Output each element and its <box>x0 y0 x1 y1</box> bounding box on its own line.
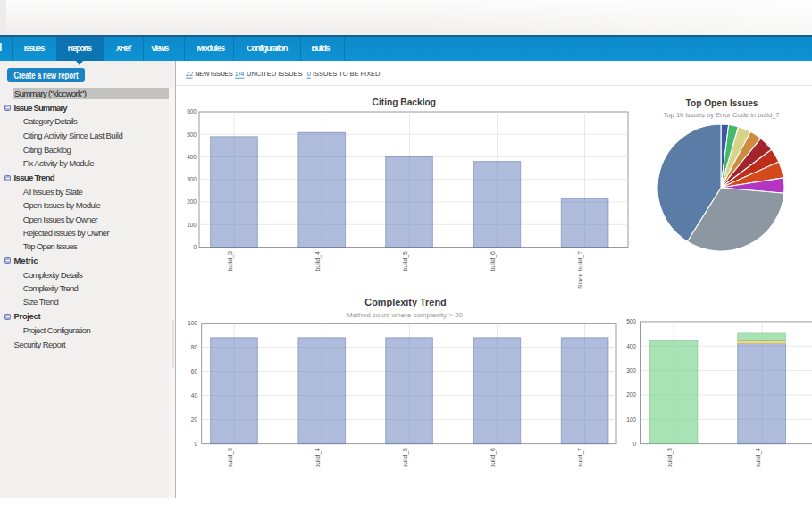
svg-text:200: 200 <box>187 198 197 205</box>
svg-text:All Issues by State: All Issues by State <box>23 187 83 197</box>
svg-text:Views: Views <box>151 44 169 53</box>
svg-text:100: 100 <box>188 320 197 326</box>
svg-text:500: 500 <box>187 131 197 138</box>
svg-text:20: 20 <box>191 417 198 423</box>
svg-text:500: 500 <box>626 318 636 324</box>
svg-text:ISSUES TO BE FIXED: ISSUES TO BE FIXED <box>313 70 381 78</box>
svg-text:build_3: build_3 <box>666 448 674 468</box>
svg-text:build_4: build_4 <box>755 448 762 468</box>
svg-text:Top Open Issues: Top Open Issues <box>23 241 78 251</box>
svg-text:0: 0 <box>193 244 197 250</box>
svg-text:NEW ISSUES: NEW ISSUES <box>195 70 232 78</box>
svg-text:Issue Summary: Issue Summary <box>14 103 69 113</box>
svg-text:XRef: XRef <box>116 44 132 53</box>
svg-text:300: 300 <box>626 367 636 374</box>
svg-text:build_7: build_7 <box>577 448 584 468</box>
svg-text:Citing Backlog: Citing Backlog <box>373 97 437 107</box>
svg-text:0: 0 <box>194 441 197 447</box>
svg-text:Size Trend: Size Trend <box>23 297 59 307</box>
svg-text:174: 174 <box>235 70 245 78</box>
svg-text:400: 400 <box>187 154 197 160</box>
svg-text:300: 300 <box>187 176 197 182</box>
svg-text:Project: Project <box>14 311 42 321</box>
svg-text:0: 0 <box>632 441 636 447</box>
svg-text:Top Open Issues: Top Open Issues <box>686 97 758 108</box>
svg-text:Create a new report: Create a new report <box>14 71 80 80</box>
svg-text:0: 0 <box>307 70 311 78</box>
svg-text:60: 60 <box>191 368 198 375</box>
svg-text:build_6: build_6 <box>490 448 497 468</box>
svg-text:Top 10 issues by Error Code in: Top 10 issues by Error Code in build_7 <box>664 111 781 119</box>
svg-text:Citing Backlog: Citing Backlog <box>23 145 71 155</box>
svg-text:Reports: Reports <box>68 44 92 53</box>
svg-text:Open Issues by Module: Open Issues by Module <box>23 200 101 210</box>
svg-text:200: 200 <box>626 391 636 398</box>
svg-text:Summary ("klocwork"): Summary ("klocwork") <box>14 88 87 98</box>
svg-text:100: 100 <box>187 222 197 228</box>
svg-text:UNCITED ISSUES: UNCITED ISSUES <box>247 70 303 78</box>
svg-text:100: 100 <box>626 417 636 423</box>
svg-text:Rejected Issues by Owner: Rejected Issues by Owner <box>23 228 110 238</box>
svg-text:Issue Trend: Issue Trend <box>14 173 55 182</box>
svg-text:22: 22 <box>186 70 193 78</box>
svg-text:Issues: Issues <box>24 44 45 53</box>
svg-text:Security Report: Security Report <box>14 340 66 349</box>
svg-text:build_5: build_5 <box>402 251 409 272</box>
svg-text:Builds: Builds <box>312 44 331 53</box>
svg-text:Category Details: Category Details <box>23 116 78 126</box>
svg-text:Complexity Trend: Complexity Trend <box>23 283 79 293</box>
svg-text:400: 400 <box>626 343 636 349</box>
svg-text:build_5: build_5 <box>402 448 409 468</box>
svg-text:Since build_7: Since build_7 <box>577 251 584 289</box>
svg-text:build_6: build_6 <box>490 251 497 272</box>
svg-text:Citing Activity Since Last Bui: Citing Activity Since Last Build <box>23 130 123 140</box>
svg-text:600: 600 <box>187 108 197 114</box>
svg-text:Fix Activity by Module: Fix Activity by Module <box>23 158 95 168</box>
svg-text:build_4: build_4 <box>314 251 322 272</box>
svg-text:80: 80 <box>191 344 198 350</box>
svg-text:Method count where complexity: Method count where complexity > 20 <box>347 311 463 319</box>
svg-text:Configuration: Configuration <box>247 44 288 53</box>
svg-text:Project Configuration: Project Configuration <box>23 325 91 335</box>
svg-text:build_4: build_4 <box>314 448 322 468</box>
svg-text:40: 40 <box>191 392 198 399</box>
svg-text:Metric: Metric <box>14 256 38 265</box>
svg-text:Complexity Details: Complexity Details <box>23 270 83 280</box>
svg-text:Open Issues by Owner: Open Issues by Owner <box>23 215 98 224</box>
svg-text:build_3: build_3 <box>227 448 234 468</box>
svg-text:Complexity Trend: Complexity Trend <box>364 297 447 307</box>
svg-text:Modules: Modules <box>197 44 225 53</box>
svg-text:build_3: build_3 <box>227 251 234 272</box>
